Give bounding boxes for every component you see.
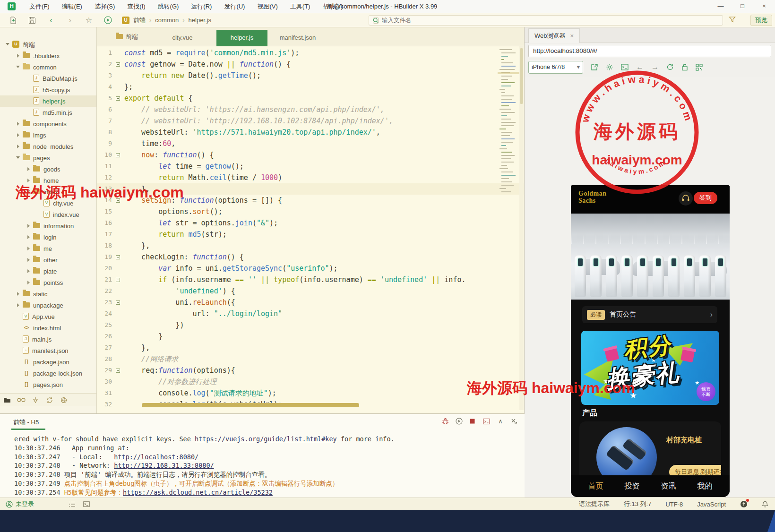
line-number[interactable]: 9 [97, 138, 112, 149]
tree-item-pages.json[interactable]: [ ]pages.json [0, 379, 96, 390]
code-line-12[interactable]: 12 return Math.ceil(time / 1000) [97, 172, 524, 183]
files-panel-icon[interactable] [0, 397, 14, 403]
find-panel-icon[interactable] [14, 397, 28, 403]
forward-icon[interactable]: › [60, 14, 79, 27]
collapse-panel-icon[interactable]: ∧ [497, 418, 504, 425]
filter-funnel-icon[interactable] [729, 16, 736, 23]
customer-service-icon[interactable] [679, 191, 693, 206]
menu-item[interactable]: 跳转(G) [152, 0, 185, 13]
fold-icon[interactable] [116, 369, 120, 373]
menu-item[interactable]: 运行(R) [185, 0, 218, 13]
chevron-right-icon[interactable] [26, 254, 33, 266]
code-line-9[interactable]: 9 time:60, [97, 138, 524, 149]
syntax-library-label[interactable]: 语法提示库 [579, 500, 610, 508]
code-line-28[interactable]: 28 //网络请求 [97, 353, 524, 365]
chevron-down-icon[interactable] [15, 152, 23, 163]
line-number[interactable]: 26 [97, 331, 112, 342]
fold-icon[interactable] [116, 153, 120, 157]
code-line-8[interactable]: 8 websiteUrl: 'https://571.haiwaiym20.to… [97, 127, 524, 138]
browser-tab[interactable]: Web浏览器× [528, 28, 580, 43]
line-number[interactable]: 2 [97, 59, 112, 70]
tree-item-md5.min.js[interactable]: Jmd5.min.js [0, 107, 96, 118]
code-line-21[interactable]: 21 if (info.username == '' || typeof(inf… [97, 274, 524, 285]
line-number[interactable]: 8 [97, 127, 112, 138]
chevron-right-icon[interactable] [15, 141, 23, 152]
search-input[interactable] [382, 17, 665, 24]
line-number[interactable]: 15 [97, 206, 112, 217]
line-number[interactable]: 13 [97, 183, 112, 195]
code-line-29[interactable]: 29 req:function(options){ [97, 365, 524, 376]
console-tab[interactable]: 前端 - H5 [13, 418, 39, 427]
breadcrumb-item[interactable]: common [155, 17, 179, 24]
run-icon[interactable] [98, 16, 117, 24]
line-number[interactable]: 24 [97, 308, 112, 319]
preview-button[interactable]: 预览 [750, 15, 772, 26]
line-number[interactable]: 21 [97, 274, 112, 285]
chevron-right-icon[interactable] [26, 175, 33, 186]
line-number[interactable]: 17 [97, 229, 112, 240]
tree-item-h5-copy.js[interactable]: Jh5-copy.js [0, 84, 96, 95]
chevron-right-icon[interactable] [15, 129, 23, 141]
debug-bug-icon[interactable] [442, 418, 449, 425]
tree-item-unpackage[interactable]: unpackage [0, 300, 96, 311]
hero-image[interactable] [571, 214, 730, 300]
checkin-button[interactable]: 签到 [694, 192, 717, 204]
refresh-icon[interactable] [666, 63, 674, 71]
fold-icon[interactable] [116, 198, 120, 203]
network-panel-icon[interactable] [57, 397, 71, 403]
menu-item[interactable]: 发行(U) [218, 0, 251, 13]
code-line-2[interactable]: 2const getnow = Date.now || function() { [97, 59, 524, 70]
code-line-20[interactable]: 20 var info = uni.getStorageSync("userin… [97, 263, 524, 274]
menu-item[interactable]: 视图(V) [251, 0, 284, 13]
stop-icon[interactable] [469, 418, 477, 424]
fold-icon[interactable] [116, 62, 120, 67]
close-tab-icon[interactable]: × [570, 32, 574, 39]
line-number[interactable]: 29 [97, 365, 112, 376]
line-number[interactable]: 11 [97, 161, 112, 172]
tree-item-information[interactable]: information [0, 220, 96, 232]
horizontal-scrollbar-thumb[interactable] [142, 403, 359, 407]
chevron-right-icon[interactable] [26, 266, 33, 277]
code-line-5[interactable]: 5export default { [97, 93, 524, 104]
tree-item-static[interactable]: static [0, 288, 96, 300]
console-link[interactable]: http://192.168.31.33:8080/ [114, 462, 214, 469]
language-mode[interactable]: JavaScript [697, 501, 726, 508]
code-line-22[interactable]: 22 'undefined') { [97, 285, 524, 297]
browser-forward-icon[interactable]: → [651, 63, 659, 71]
terminal-window-icon[interactable] [483, 418, 491, 425]
line-number[interactable]: 28 [97, 353, 112, 365]
console-link[interactable]: http://localhost:8080/ [114, 453, 198, 461]
fold-icon[interactable] [116, 278, 120, 282]
line-number[interactable]: 7 [97, 115, 112, 127]
line-number[interactable]: 19 [97, 251, 112, 263]
code-line-31[interactable]: 31 console.log("测试请求的地址"); [97, 387, 524, 399]
code-line-27[interactable]: 27 }, [97, 342, 524, 353]
code-line-24[interactable]: 24 url: "../login/login" [97, 308, 524, 319]
line-number[interactable]: 5 [97, 93, 112, 104]
tree-item-package.json[interactable]: [ ]package.json [0, 356, 96, 368]
chevron-down-icon[interactable] [26, 186, 33, 197]
menu-item[interactable]: 编辑(E) [56, 0, 88, 13]
chevron-right-icon[interactable] [26, 243, 33, 254]
browser-back-icon[interactable]: ← [636, 63, 644, 71]
tree-item-package-lock.json[interactable]: [ ]package-lock.json [0, 368, 96, 379]
open-external-icon[interactable] [591, 63, 598, 71]
notice-bar[interactable]: 必读 首页公告 › [582, 306, 717, 323]
tree-item-common[interactable]: common [0, 61, 96, 73]
code-line-23[interactable]: 23 uni.reLaunch({ [97, 297, 524, 308]
code-line-18[interactable]: 18 }, [97, 240, 524, 251]
fold-icon[interactable] [116, 96, 120, 101]
console-link[interactable]: https://ask.dcloud.net.cn/article/35232 [123, 489, 273, 496]
code-line-6[interactable]: 6 // websiteUrl: 'https://ai.hansengzn.c… [97, 104, 524, 115]
device-select[interactable]: iPhone 6/7/8▾ [528, 61, 583, 74]
breadcrumb-item[interactable]: 前端 [133, 16, 146, 25]
app-tab-我的[interactable]: 我的 [687, 481, 723, 491]
tree-item-index[interactable]: index [0, 186, 96, 197]
menu-item[interactable]: 工具(T) [284, 0, 317, 13]
tree-item-other[interactable]: other [0, 254, 96, 266]
tree-item-city.vue[interactable]: Vcity.vue [0, 197, 96, 209]
code-line-19[interactable]: 19 checkLogin: function() { [97, 251, 524, 263]
line-number[interactable]: 6 [97, 104, 112, 115]
save-icon[interactable] [23, 17, 42, 24]
tree-item-goods[interactable]: goods [0, 163, 96, 175]
